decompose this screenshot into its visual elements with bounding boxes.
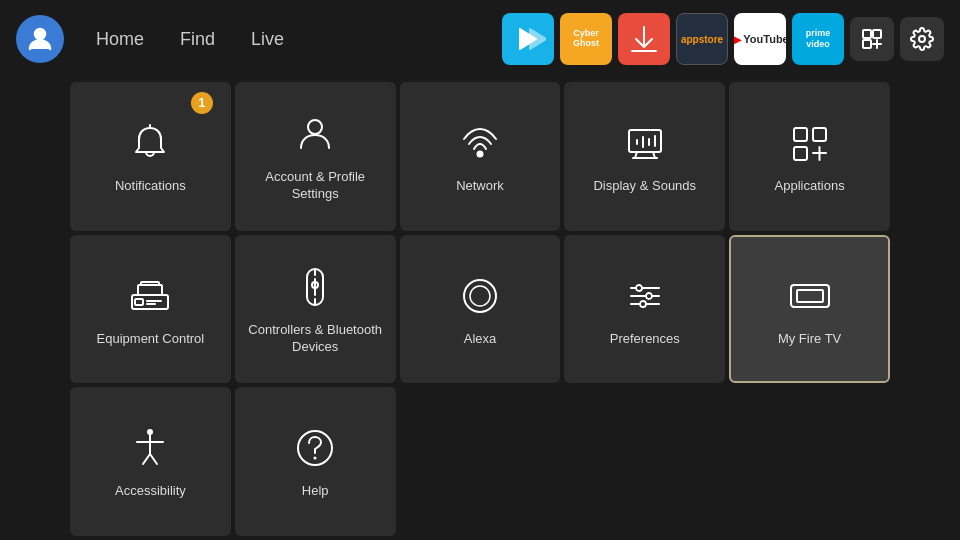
applications-label: Applications (775, 178, 845, 195)
preferences-icon (620, 271, 670, 321)
svg-point-54 (314, 457, 317, 460)
svg-point-39 (470, 286, 490, 306)
account-profile-icon (290, 109, 340, 159)
my-fire-tv-label: My Fire TV (778, 331, 841, 348)
grid-item-my-fire-tv[interactable]: My Fire TV (729, 235, 890, 384)
svg-point-13 (477, 151, 482, 156)
grid-item-equipment-control[interactable]: Equipment Control (70, 235, 231, 384)
preferences-label: Preferences (610, 331, 680, 348)
svg-line-52 (150, 454, 157, 464)
svg-rect-7 (863, 40, 871, 48)
svg-rect-28 (135, 299, 143, 305)
svg-point-45 (640, 301, 646, 307)
downloader-app-icon[interactable] (618, 13, 670, 65)
my-fire-tv-icon (785, 271, 835, 321)
nav-apps: CyberGhost appstore ▶ YouTube primevideo (502, 13, 944, 65)
prime-video-app-icon[interactable]: primevideo (792, 13, 844, 65)
notifications-icon (125, 118, 175, 168)
display-sounds-label: Display & Sounds (593, 178, 696, 195)
grid-item-help[interactable]: Help (235, 387, 396, 536)
display-sounds-icon (620, 118, 670, 168)
account-profile-label: Account & Profile Settings (245, 169, 386, 203)
grid-icon-button[interactable] (850, 17, 894, 61)
svg-rect-24 (794, 147, 807, 160)
svg-marker-2 (530, 29, 546, 49)
nav-home[interactable]: Home (88, 25, 152, 54)
svg-rect-6 (873, 30, 881, 38)
nav-links: Home Find Live (88, 25, 292, 54)
alexa-icon (455, 271, 505, 321)
top-nav: Home Find Live CyberGhost appstore (0, 0, 960, 78)
nav-live[interactable]: Live (243, 25, 292, 54)
appstore-app-icon[interactable]: appstore (676, 13, 728, 65)
equipment-control-label: Equipment Control (97, 331, 205, 348)
svg-point-10 (919, 36, 925, 42)
accessibility-label: Accessibility (115, 483, 186, 500)
nav-find[interactable]: Find (172, 25, 223, 54)
controllers-bluetooth-label: Controllers & Bluetooth Devices (245, 322, 386, 356)
cyberghost-app-icon[interactable]: CyberGhost (560, 13, 612, 65)
svg-line-51 (143, 454, 150, 464)
svg-point-0 (35, 29, 45, 39)
grid-item-network[interactable]: Network (400, 82, 561, 231)
applications-icon (785, 118, 835, 168)
grid-item-notifications[interactable]: 1 Notifications (70, 82, 231, 231)
equipment-control-icon (125, 271, 175, 321)
controllers-bluetooth-icon (290, 262, 340, 312)
svg-rect-5 (863, 30, 871, 38)
svg-rect-14 (629, 130, 661, 152)
grid-item-account-profile[interactable]: Account & Profile Settings (235, 82, 396, 231)
grid-item-controllers-bluetooth[interactable]: Controllers & Bluetooth Devices (235, 235, 396, 384)
help-icon (290, 423, 340, 473)
help-label: Help (302, 483, 329, 500)
grid-item-alexa[interactable]: Alexa (400, 235, 561, 384)
user-avatar[interactable] (16, 15, 64, 63)
alexa-label: Alexa (464, 331, 497, 348)
svg-point-12 (308, 120, 322, 134)
notifications-label: Notifications (115, 178, 186, 195)
svg-point-44 (646, 293, 652, 299)
youtube-app-icon[interactable]: ▶ YouTube (734, 13, 786, 65)
svg-rect-23 (813, 128, 826, 141)
accessibility-icon (125, 423, 175, 473)
grid-item-applications[interactable]: Applications (729, 82, 890, 231)
grid-item-display-sounds[interactable]: Display & Sounds (564, 82, 725, 231)
kodi-app-icon[interactable] (502, 13, 554, 65)
notification-badge: 1 (191, 92, 213, 114)
svg-rect-31 (138, 285, 162, 295)
grid-item-accessibility[interactable]: Accessibility (70, 387, 231, 536)
svg-rect-32 (141, 282, 159, 285)
network-icon (455, 118, 505, 168)
svg-rect-22 (794, 128, 807, 141)
grid-item-preferences[interactable]: Preferences (564, 235, 725, 384)
svg-point-38 (464, 280, 496, 312)
svg-point-43 (636, 285, 642, 291)
network-label: Network (456, 178, 504, 195)
settings-icon-button[interactable] (900, 17, 944, 61)
settings-grid: 1 Notifications Account & Profile Settin… (0, 78, 960, 540)
svg-rect-47 (797, 290, 823, 302)
